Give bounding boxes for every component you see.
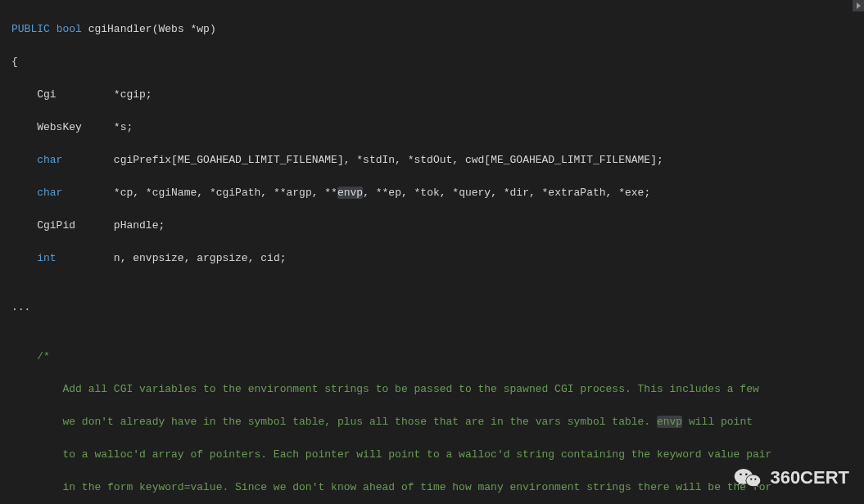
code-line: Cgi *cgip; <box>11 87 864 103</box>
code-line: we don't already have in the symbol tabl… <box>11 414 864 430</box>
chevron-right-icon <box>857 2 861 9</box>
code-line: in the form keyword=value. Since we don'… <box>11 479 864 496</box>
code-line: to a walloc'd array of pointers. Each po… <box>11 447 864 463</box>
code-line: CgiPid pHandle; <box>11 218 864 234</box>
code-line: char *cp, *cgiName, *cgiPath, **argp, **… <box>11 185 864 201</box>
code-line: { <box>11 54 864 70</box>
code-line: /* <box>11 349 864 365</box>
scroll-right-button[interactable] <box>853 0 864 11</box>
code-line: PUBLIC bool cgiHandler(Webs *wp) <box>11 21 864 38</box>
code-editor[interactable]: PUBLIC bool cgiHandler(Webs *wp) { Cgi *… <box>0 0 864 504</box>
code-line: ... <box>11 299 864 316</box>
code-line: Add all CGI variables to the environment… <box>11 381 864 398</box>
code-line: char cgiPrefix[ME_GOAHEAD_LIMIT_FILENAME… <box>11 152 864 169</box>
code-line: WebsKey *s; <box>11 119 864 136</box>
code-line: int n, envpsize, argpsize, cid; <box>11 250 864 267</box>
